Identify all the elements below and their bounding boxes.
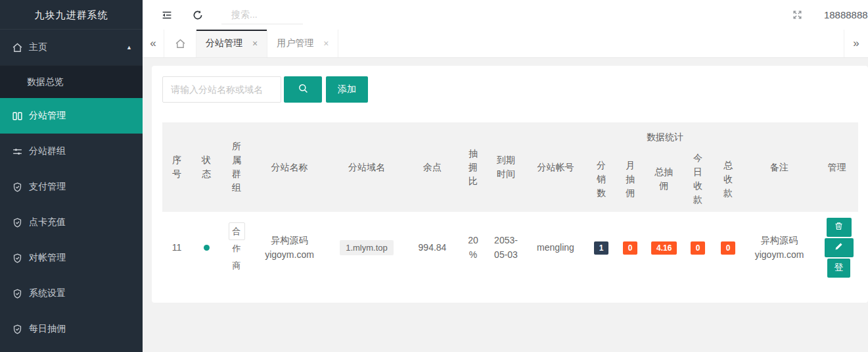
cell-ratio: 20 % [459, 212, 488, 283]
col-header-expire: 到期时间 [488, 122, 524, 212]
col-header-balance: 余点 [406, 122, 459, 212]
today-income-badge: 0 [691, 241, 706, 255]
shield-check-icon [12, 182, 23, 193]
col-header-today-income: 今日收款 [683, 146, 713, 212]
sidebar-item-label: 分站群组 [29, 145, 66, 157]
login-button[interactable]: 登 [827, 259, 850, 278]
tabbar: « 分站管理 × 用户管理 × » [143, 30, 868, 58]
close-icon[interactable]: × [323, 39, 329, 48]
delete-button[interactable] [827, 218, 852, 237]
sidebar-item-site-groups[interactable]: 分站群组 [0, 134, 143, 169]
add-button[interactable]: 添加 [326, 76, 368, 103]
col-header-account: 分站帐号 [524, 122, 587, 212]
cell-month-commission: 0 [616, 212, 645, 283]
close-icon[interactable]: × [252, 39, 258, 48]
search-icon [297, 82, 309, 97]
search-button[interactable] [284, 76, 322, 103]
sidebar-item-daily-commission[interactable]: 每日抽佣 [0, 311, 143, 347]
tabs-scroll-left-icon[interactable]: « [143, 30, 164, 57]
collapse-arrow-icon: ▲ [126, 44, 132, 51]
cell-distributors: 1 [587, 212, 616, 283]
content-area: 添加 序号 状态 所属群组 分站名称 分站域名 余点 [143, 58, 868, 352]
col-header-total-commission: 总抽佣 [645, 146, 683, 212]
sidebar-item-system-settings[interactable]: 系统设置 [0, 276, 143, 311]
col-header-month-commission: 月抽佣 [616, 146, 645, 212]
cell-actions: 登 [815, 212, 858, 283]
fullscreen-icon[interactable] [791, 9, 804, 22]
shield-check-icon [12, 253, 23, 264]
sidebar-item-label: 主页 [29, 41, 47, 53]
cell-site-name: 异构源码 yigoym.com [252, 212, 327, 283]
topbar: 188888888 [143, 0, 868, 30]
sliders-icon [12, 146, 23, 157]
sidebar-item-label: 点卡充值 [29, 216, 66, 228]
sidebar-item-label: 分站管理 [29, 110, 66, 122]
cell-remark: 异构源码 yigoym.com [743, 212, 815, 283]
col-header-manage: 管理 [815, 122, 858, 212]
group-tag: 合作商 [229, 222, 245, 240]
col-header-site-name: 分站名称 [252, 122, 327, 212]
tabs-scroll-right-icon[interactable]: » [844, 30, 868, 57]
col-header-total-income: 总收款 [713, 146, 743, 212]
sidebar-item-label: 对帐管理 [29, 252, 66, 264]
columns-icon [12, 111, 23, 122]
shield-check-icon [12, 217, 23, 228]
tab-user-management[interactable]: 用户管理 × [267, 30, 338, 57]
cell-total-commission: 4.16 [645, 212, 683, 283]
collapse-sidebar-icon[interactable] [160, 9, 173, 22]
sidebar-item-reconciliation[interactable]: 对帐管理 [0, 240, 143, 276]
tab-site-management[interactable]: 分站管理 × [196, 30, 267, 57]
search-input[interactable] [221, 6, 303, 24]
user-phone[interactable]: 188888888 [824, 9, 868, 20]
site-search-input[interactable] [162, 76, 281, 103]
shield-check-icon [12, 288, 23, 299]
col-header-distributors: 分销数 [587, 146, 616, 212]
col-header-seq: 序号 [162, 122, 191, 212]
cell-domain: 1.mlym.top [327, 212, 406, 283]
col-group-header-stats: 数据统计 [587, 122, 743, 146]
cell-account: mengling [524, 212, 587, 283]
col-header-remark: 备注 [743, 122, 815, 212]
col-header-domain: 分站域名 [327, 122, 406, 212]
home-icon [12, 42, 23, 53]
sidebar-item-data-overview[interactable]: 数据总览 [0, 65, 143, 98]
col-header-group: 所属群组 [221, 122, 252, 212]
col-header-status: 状态 [191, 122, 221, 212]
edit-button[interactable] [825, 238, 854, 257]
toolbar: 添加 [162, 76, 857, 103]
tab-label: 用户管理 [277, 38, 313, 49]
table-header: 序号 状态 所属群组 分站名称 分站域名 余点 抽拥比 到期时间 分站帐号 数据… [162, 122, 858, 212]
sidebar-item-site-management[interactable]: 分站管理 [0, 98, 143, 134]
month-commission-badge: 0 [623, 241, 638, 255]
status-dot [204, 245, 210, 251]
refresh-icon[interactable] [191, 9, 204, 22]
sidebar-item-label: 数据总览 [27, 76, 64, 88]
domain-tag: 1.mlym.top [340, 240, 394, 255]
col-header-ratio: 抽拥比 [459, 122, 488, 212]
sidebar-item-payment[interactable]: 支付管理 [0, 169, 143, 205]
sidebar-item-label: 每日抽佣 [29, 323, 66, 335]
tab-label: 分站管理 [206, 38, 242, 49]
tab-home[interactable] [164, 30, 196, 57]
table-row: 11 合作商 异构源码 yigoym.com 1.mlym.top 994.84… [162, 212, 858, 283]
cell-expire: 2053-05-03 [488, 212, 524, 283]
cell-balance: 994.84 [406, 212, 459, 283]
distributors-badge: 1 [594, 241, 609, 255]
shield-check-icon [12, 324, 23, 335]
app-title: 九块九进群系统 [0, 0, 143, 30]
sidebar-item-home[interactable]: 主页 ▲ [0, 30, 143, 65]
sidebar-item-label: 支付管理 [29, 181, 66, 193]
cell-group: 合作商 [221, 212, 252, 283]
sites-table: 序号 状态 所属群组 分站名称 分站域名 余点 抽拥比 到期时间 分站帐号 数据… [162, 122, 858, 283]
cell-seq: 11 [162, 212, 191, 283]
cell-total-income: 0 [713, 212, 743, 283]
total-income-badge: 0 [721, 241, 736, 255]
sidebar-item-card-recharge[interactable]: 点卡充值 [0, 205, 143, 240]
sidebar-item-label: 系统设置 [29, 288, 66, 299]
cell-today-income: 0 [683, 212, 713, 283]
sidebar: 九块九进群系统 主页 ▲ 数据总览 分站管理 分站群组 支付管理 点卡充值 [0, 0, 143, 352]
site-management-panel: 添加 序号 状态 所属群组 分站名称 分站域名 余点 [152, 66, 868, 303]
trash-icon [834, 221, 844, 233]
cell-status [191, 212, 221, 283]
pencil-icon [834, 241, 844, 253]
